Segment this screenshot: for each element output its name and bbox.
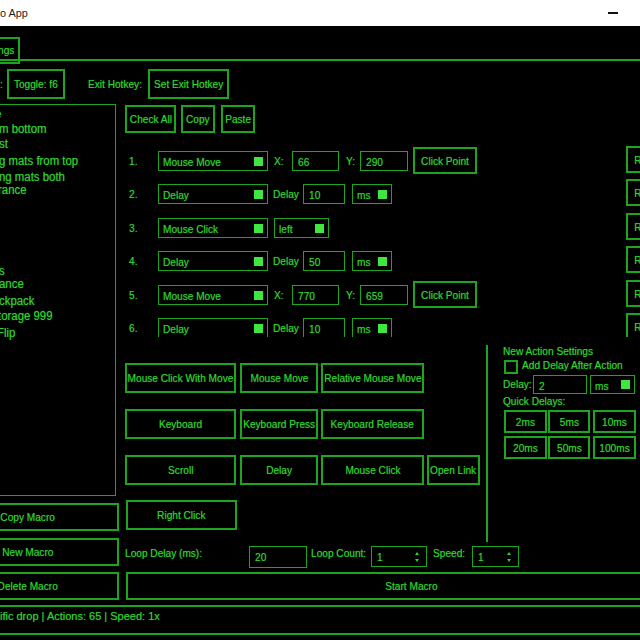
action-type-dropdown[interactable]: Delay [158,184,268,204]
nas-unit-dropdown[interactable]: ms [590,375,635,394]
spinner-down-icon[interactable] [507,559,511,562]
input-value: 10 [309,189,320,201]
unit-dropdown[interactable]: ms [352,318,392,337]
paste-button[interactable]: Paste [221,105,255,133]
loop-delay-input[interactable]: 20 [249,546,307,568]
speed-stepper[interactable]: 1 [472,546,519,567]
copy-macro-button[interactable]: Copy Macro [0,503,119,531]
action-row-number: 6. [129,322,146,334]
nas-delay-value: 2 [539,380,545,392]
add-action-button[interactable]: Relative Mouse Move [321,363,424,393]
title-bar [0,0,640,26]
start-macro-button[interactable]: Start Macro [126,572,640,600]
check-all-label: Check All [129,113,171,125]
add-action-button[interactable]: Keyboard [125,409,236,439]
action-type-dropdown[interactable]: Delay [158,318,268,337]
actions-list: 1.Mouse MoveX:66Y:290Click PointR2.Delay… [118,140,640,337]
add-delay-checkbox[interactable] [504,360,518,374]
action-type-value: Mouse Click [163,223,218,235]
quick-delay-button[interactable]: 20ms [504,436,547,459]
y-input[interactable]: 290 [360,151,408,171]
y-input[interactable]: 659 [360,285,408,305]
loop-count-stepper[interactable]: 1 [371,546,427,567]
delay-input[interactable]: 10 [303,318,345,337]
dropdown-square-icon [378,190,387,199]
add-action-button[interactable]: Delay [240,455,318,485]
input-value: 290 [366,156,383,168]
y-label: Y: [346,155,355,167]
loop-count-spin-icons[interactable] [413,549,421,565]
spinner-up-icon[interactable] [507,552,511,555]
action-type-dropdown[interactable]: Delay [158,251,268,271]
quick-delay-label: 20ms [513,442,538,454]
unit-dropdown[interactable]: ms [352,184,392,204]
check-all-button[interactable]: Check All [125,105,176,133]
add-action-label: Keyboard Release [331,418,414,430]
remove-button[interactable]: R [626,313,640,337]
add-action-button[interactable]: Right Click [126,500,237,530]
window-title: o App [0,7,28,20]
copy-button[interactable]: Copy [181,105,215,133]
nas-delay-input[interactable]: 2 [533,375,587,394]
remove-button[interactable]: R [626,146,640,173]
add-action-button[interactable]: Mouse Move [240,363,318,393]
click-button-value: left [279,223,293,235]
action-type-value: Mouse Move [163,290,221,302]
action-row-number: 2. [129,188,146,200]
remove-label: R [634,321,640,333]
x-label: X: [274,155,284,167]
statusbar-top-border [0,605,640,607]
add-action-label: Delay [266,464,292,476]
quick-delay-button[interactable]: 100ms [593,436,636,459]
new-macro-button[interactable]: New Macro [0,538,119,566]
remove-button[interactable]: R [626,213,640,240]
action-type-value: Delay [163,256,189,268]
delay-input[interactable]: 10 [303,184,345,204]
minimize-icon[interactable] [608,12,618,14]
click-point-button[interactable]: Click Point [413,147,477,174]
quick-delay-button[interactable]: 2ms [504,410,547,433]
spinner-down-icon[interactable] [415,559,419,562]
action-row-number: 3. [129,222,146,234]
x-input[interactable]: 66 [292,151,339,171]
remove-button[interactable]: R [626,280,640,307]
quick-delay-button[interactable]: 10ms [593,410,636,433]
add-action-button[interactable]: Mouse Click [321,455,424,485]
remove-button[interactable]: R [626,246,640,273]
click-point-label: Click Point [421,155,469,167]
add-action-label: Mouse Click With Move [128,372,234,384]
add-action-button[interactable]: Keyboard Press [240,409,318,439]
add-action-button[interactable]: Mouse Click With Move [125,363,236,393]
dropdown-square-icon [315,224,324,233]
new-action-settings-divider [486,345,488,542]
dropdown-square-icon [378,257,387,266]
unit-dropdown[interactable]: ms [352,251,392,271]
x-input[interactable]: 770 [292,285,339,305]
hotkey-label-fragment: : [0,78,3,91]
click-point-label: Click Point [421,289,469,301]
add-action-button[interactable]: Open Link [427,455,480,485]
add-action-label: Keyboard Press [243,418,315,430]
delay-input[interactable]: 50 [303,251,345,271]
input-value: 10 [309,323,320,335]
speed-spin-icons[interactable] [505,549,513,565]
click-point-button[interactable]: Click Point [413,281,477,308]
add-action-button[interactable]: Scroll [125,455,236,485]
action-type-dropdown[interactable]: Mouse Click [158,218,268,238]
click-button-dropdown[interactable]: left [274,218,329,238]
add-action-label: Keyboard [159,418,202,430]
y-label: Y: [346,289,355,301]
action-type-dropdown[interactable]: Mouse Move [158,285,268,305]
toggle-hotkey-button[interactable]: Toggle: f6 [7,69,65,99]
remove-label: R [634,221,640,233]
input-value: 659 [366,290,383,302]
quick-delay-button[interactable]: 50ms [548,436,590,459]
quick-delay-button[interactable]: 5ms [548,410,590,433]
delete-macro-button[interactable]: Delete Macro [0,572,119,600]
spinner-up-icon[interactable] [415,552,419,555]
action-type-dropdown[interactable]: Mouse Move [158,151,268,171]
set-exit-hotkey-button[interactable]: Set Exit Hotkey [148,69,229,99]
input-value: 66 [298,156,309,168]
add-action-button[interactable]: Keyboard Release [321,409,424,439]
remove-button[interactable]: R [626,179,640,206]
